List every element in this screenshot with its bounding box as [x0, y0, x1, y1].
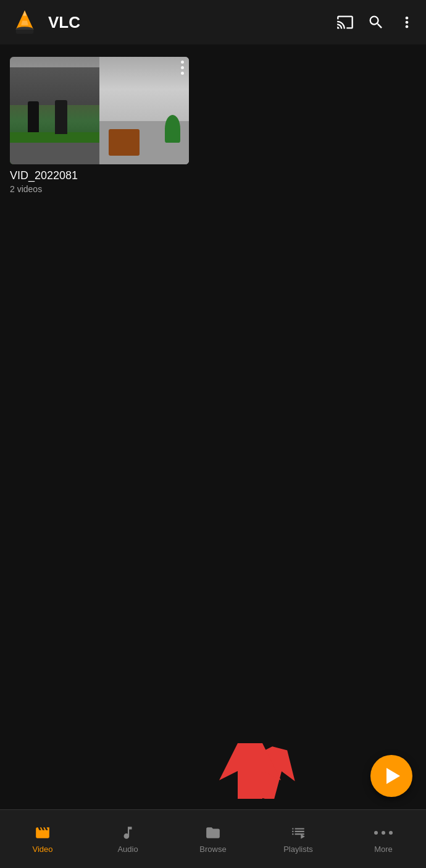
- svg-marker-7: [301, 834, 305, 839]
- nav-label-playlists: Playlists: [283, 845, 313, 854]
- more-dot-2: [382, 831, 385, 835]
- play-triangle-icon: [386, 768, 400, 784]
- nav-label-more: More: [374, 845, 393, 854]
- app-title: VLC: [48, 13, 336, 32]
- svg-marker-6: [219, 743, 281, 799]
- thumb-right: [99, 57, 189, 164]
- top-bar: VLC: [0, 0, 426, 44]
- playlists-nav-icon: [289, 825, 307, 841]
- cast-button[interactable]: [336, 13, 354, 32]
- video-folder-item[interactable]: VID_2022081 2 videos: [10, 57, 189, 194]
- svg-marker-2: [21, 21, 28, 25]
- nav-item-playlists[interactable]: Playlists: [256, 810, 341, 868]
- dot3: [181, 72, 184, 75]
- nav-item-browse[interactable]: Browse: [170, 810, 256, 868]
- overflow-menu-button[interactable]: [398, 13, 416, 32]
- nav-item-audio[interactable]: Audio: [85, 810, 170, 868]
- bottom-nav: Video Audio Browse Playlists: [0, 809, 426, 868]
- video-subtitle: 2 videos: [10, 184, 189, 194]
- nav-item-video[interactable]: Video: [0, 810, 85, 868]
- red-arrow-container: [219, 743, 281, 801]
- svg-rect-4: [16, 30, 34, 34]
- nav-label-browse: Browse: [199, 845, 226, 854]
- top-icons: [336, 13, 416, 32]
- content-area: VID_2022081 2 videos: [0, 44, 426, 809]
- vlc-logo-icon: [10, 7, 40, 37]
- more-dot-3: [389, 831, 393, 835]
- more-dot-1: [374, 831, 378, 835]
- nav-label-video: Video: [32, 845, 52, 854]
- video-thumbnail: [10, 57, 189, 164]
- nav-label-audio: Audio: [117, 845, 138, 854]
- nav-item-more[interactable]: More: [341, 810, 426, 868]
- fab-play-button[interactable]: [370, 755, 412, 797]
- browse-nav-icon: [204, 825, 222, 841]
- search-button[interactable]: [367, 13, 385, 32]
- thumb-left: [10, 57, 99, 164]
- video-title: VID_2022081: [10, 169, 189, 182]
- dot1: [181, 61, 184, 64]
- audio-nav-icon: [119, 825, 137, 841]
- more-nav-icon: [374, 825, 393, 841]
- video-nav-icon: [33, 825, 52, 841]
- dot2: [181, 66, 184, 69]
- video-options-button[interactable]: [181, 61, 184, 75]
- svg-marker-1: [23, 11, 27, 16]
